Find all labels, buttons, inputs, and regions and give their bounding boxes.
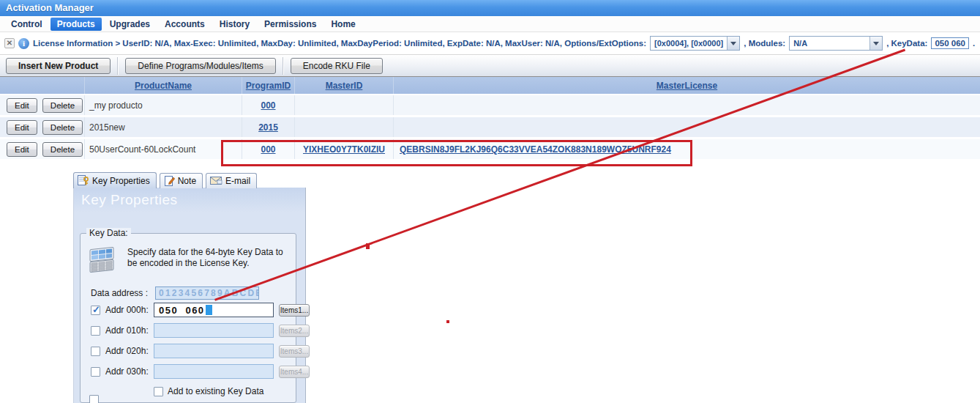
data-address-field: 0123456789ABCDEF [155, 286, 259, 300]
annotation-dot [366, 243, 370, 249]
key-document-icon [78, 175, 89, 186]
table-row: Edit Delete _my producto 000 [0, 95, 980, 117]
keydata-value-box: 050 060 [931, 37, 969, 49]
envelope-icon [210, 177, 222, 185]
items3-button: Items3... [279, 345, 310, 358]
groupbox-title: Key Data: [86, 228, 131, 238]
modules-dropdown[interactable]: N/A [789, 36, 883, 51]
add-existing-row: Add to existing Key Data [154, 386, 263, 396]
product-name-cell: _my producto [84, 95, 242, 115]
data-address-row: Data address : 0123456789ABCDEF [91, 286, 259, 300]
addr-000h-checkbox[interactable]: ✓ [91, 306, 100, 315]
toolbar-separator [117, 57, 119, 75]
define-programs-button[interactable]: Define Programs/Modules/Items [125, 58, 275, 74]
info-icon: i [18, 38, 29, 49]
delete-button[interactable]: Delete [42, 142, 83, 157]
product-name-cell: 2015new [84, 117, 242, 137]
master-id-cell [294, 117, 393, 137]
program-id-link[interactable]: 000 [261, 100, 275, 111]
items1-button[interactable]: Items1... [279, 304, 310, 317]
text-cursor [206, 305, 212, 315]
key-properties-body: Key Properties Key Data: Specify data fo… [73, 188, 306, 403]
addr-020h-checkbox[interactable] [91, 347, 100, 356]
table-row: Edit Delete 2015new 2015 [0, 117, 980, 139]
tab-label: E-mail [225, 176, 250, 186]
column-header-productname[interactable]: ProductName [84, 77, 242, 94]
menu-item-control[interactable]: Control [4, 18, 49, 31]
insert-new-product-button[interactable]: Insert New Product [6, 58, 111, 74]
addr-030h-row: Addr 030h: Items4... [91, 364, 310, 379]
master-id-cell [294, 95, 393, 115]
menu-item-upgrades[interactable]: Upgrades [103, 18, 157, 31]
items4-button: Items4... [279, 366, 310, 378]
addr-010h-row: Addr 010h: Items2... [91, 323, 310, 338]
column-header-masterid[interactable]: MasterID [294, 77, 393, 94]
note-pencil-icon [164, 176, 175, 187]
annotation-dot [446, 320, 449, 323]
edit-button[interactable]: Edit [7, 98, 37, 113]
key-data-groupbox: Key Data: Specify data for the 64-byte K… [80, 233, 296, 403]
dialog-tabs: Key Properties Note E-mail [73, 173, 306, 188]
addr-030h-input [154, 364, 274, 379]
menu-item-home[interactable]: Home [324, 18, 362, 31]
tab-email[interactable]: E-mail [206, 173, 257, 188]
keydata-ellipsis: . . . [973, 39, 980, 48]
panel-title: Key Properties [74, 188, 305, 212]
column-header-masterlicense[interactable]: MasterLicense [393, 77, 980, 94]
edit-button[interactable]: Edit [7, 142, 37, 157]
addr-000h-value: 050 060 [159, 305, 205, 316]
addr-000h-input[interactable]: 050 060 [154, 303, 274, 317]
addr-000h-row: ✓ Addr 000h: 050 060 Items1... [91, 303, 310, 317]
data-address-label: Data address : [91, 288, 148, 298]
table-row-highlighted: Edit Delete 50UserCount-60LockCount 000 … [0, 139, 980, 161]
menu-item-history[interactable]: History [213, 18, 256, 31]
encode-rku-file-button[interactable]: Encode RKU File [291, 58, 383, 74]
program-id-link[interactable]: 2015 [258, 122, 278, 133]
menu-item-permissions[interactable]: Permissions [258, 18, 323, 31]
toolbar-separator [283, 57, 284, 75]
table-header-row: ProductName ProgramID MasterID MasterLic… [0, 77, 980, 95]
addr-030h-label: Addr 030h: [105, 366, 154, 377]
addr-010h-label: Addr 010h: [105, 325, 154, 336]
product-table: ProductName ProgramID MasterID MasterLic… [0, 77, 980, 161]
close-icon[interactable]: ✕ [4, 38, 15, 48]
add-existing-label: Add to existing Key Data [168, 386, 263, 396]
tab-label: Key Properties [92, 176, 150, 186]
modules-label: , Modules: [744, 39, 785, 48]
add-existing-checkbox[interactable] [154, 387, 163, 396]
items2-button: Items2... [279, 325, 310, 337]
menu-item-accounts[interactable]: Accounts [158, 18, 212, 31]
addr-010h-checkbox[interactable] [91, 326, 100, 336]
delete-button[interactable]: Delete [42, 98, 83, 113]
options-extoptions-dropdown[interactable]: [0x0004], [0x0000] [650, 36, 740, 51]
addr-010h-input [154, 323, 274, 338]
tab-key-properties[interactable]: Key Properties [73, 172, 157, 188]
master-license-link[interactable]: QEBRSIN8J9FL2KJ96Q6C33VVEA54ZOK883N189WO… [400, 144, 671, 155]
program-id-link[interactable]: 000 [261, 144, 275, 155]
edit-button[interactable]: Edit [7, 120, 37, 135]
partial-checkbox[interactable] [89, 395, 99, 403]
menu-bar: Control Products Upgrades Accounts Histo… [0, 16, 980, 32]
master-license-cell [393, 95, 980, 115]
key-data-description: Specify data for the 64-byte Key Data to… [127, 247, 294, 269]
modules-value: N/A [790, 37, 811, 50]
delete-button[interactable]: Delete [42, 120, 83, 135]
chevron-down-icon[interactable] [727, 37, 739, 50]
keydata-label: , KeyData: [886, 39, 927, 48]
addr-020h-input [154, 344, 274, 358]
window-title: Activation Manager [0, 0, 980, 16]
master-license-cell [393, 117, 980, 137]
addr-020h-label: Addr 020h: [105, 346, 154, 356]
chevron-down-icon[interactable] [869, 37, 882, 50]
tab-note[interactable]: Note [160, 173, 203, 188]
license-info-text: License Information > UserID: N/A, Max-E… [33, 39, 646, 48]
master-id-link[interactable]: YIXHEO0Y7TK0IZIU [303, 144, 385, 155]
license-info-bar: ✕ i License Information > UserID: N/A, M… [0, 32, 980, 55]
column-header-programid[interactable]: ProgramID [242, 77, 294, 94]
tab-label: Note [178, 176, 196, 186]
addr-030h-checkbox[interactable] [91, 367, 100, 377]
product-toolbar: Insert New Product Define Programs/Modul… [0, 55, 980, 77]
addr-020h-row: Addr 020h: Items3... [91, 344, 310, 358]
menu-item-products[interactable]: Products [51, 18, 102, 31]
product-name-cell: 50UserCount-60LockCount [84, 139, 242, 159]
